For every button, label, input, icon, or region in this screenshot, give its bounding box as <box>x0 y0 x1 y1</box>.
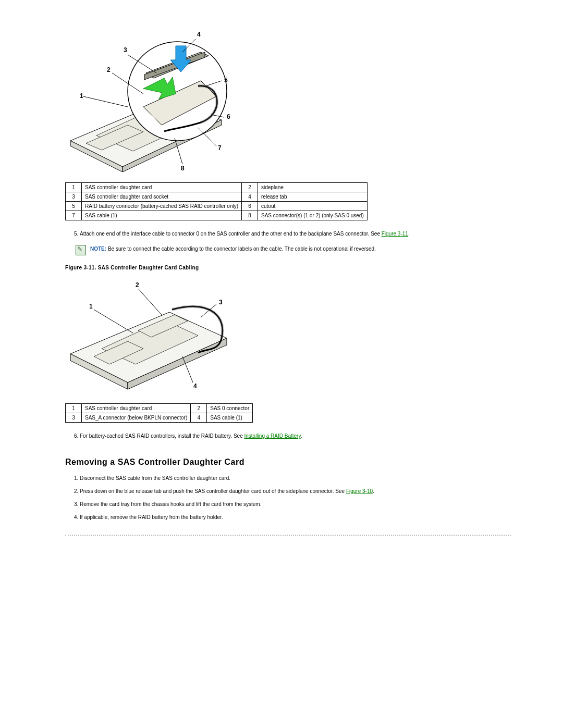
removal-step-1-text: Disconnect the SAS cable from the SAS co… <box>80 475 230 481</box>
figure-3-10-svg: 1 2 3 4 5 6 7 8 <box>65 16 232 172</box>
table-row: 1 SAS controller daughter card 2 SAS 0 c… <box>66 404 253 413</box>
fig2-label-1: 1 <box>89 303 93 310</box>
svg-line-27 <box>138 289 162 315</box>
fig1-label-2: 2 <box>107 66 111 73</box>
removal-steps: Disconnect the SAS cable from the SAS co… <box>65 474 511 521</box>
link-install-raid-battery[interactable]: Installing a RAID Battery <box>244 433 301 439</box>
table-row: 7 SAS cable (1) 8 SAS connector(s) (1 or… <box>66 211 368 220</box>
legend-num: 2 <box>191 404 207 413</box>
note-icon <box>76 245 86 255</box>
figure-3-10-legend: 1 SAS controller daughter card 2 sidepla… <box>65 182 368 220</box>
removal-step-2-text-a: Press down on the blue release tab and p… <box>80 488 346 494</box>
legend-num: 4 <box>191 413 207 423</box>
table-row: 1 SAS controller daughter card 2 sidepla… <box>66 183 368 192</box>
fig2-label-2: 2 <box>136 281 139 289</box>
removal-step-4-text: If applicable, remove the RAID battery f… <box>80 514 223 520</box>
legend-num: 8 <box>242 211 258 220</box>
legend-text: release tab <box>258 192 368 202</box>
figure-3-11-svg: 1 2 3 4 <box>65 276 232 393</box>
legend-num: 1 <box>66 404 82 413</box>
removal-step-4: If applicable, remove the RAID battery f… <box>80 513 511 521</box>
note-label: NOTE: <box>90 246 106 252</box>
legend-num: 6 <box>242 202 258 211</box>
legend-num: 4 <box>242 192 258 202</box>
step-5: Attach one end of the interface cable to… <box>80 230 511 238</box>
removal-step-1: Disconnect the SAS cable from the SAS co… <box>80 474 511 482</box>
fig1-label-8: 8 <box>181 165 185 172</box>
fig1-label-5: 5 <box>224 77 228 84</box>
step-list-a: Attach one end of the interface cable to… <box>65 230 511 238</box>
step-list-b: For battery-cached SAS RAID controllers,… <box>65 432 511 440</box>
step-5-text-a: Attach one end of the interface cable to… <box>80 231 382 237</box>
page: 1 2 3 4 5 6 7 8 1 SAS controller daughte… <box>0 0 563 728</box>
fig1-label-7: 7 <box>218 144 222 152</box>
link-figure-3-10[interactable]: Figure 3-10 <box>346 488 373 494</box>
svg-line-12 <box>83 96 128 107</box>
note-body: Be sure to connect the cable according t… <box>106 246 376 252</box>
legend-num: 5 <box>66 202 82 211</box>
legend-text: SAS 0 connector <box>207 404 253 413</box>
step-6-text-a: For battery-cached SAS RAID controllers,… <box>80 433 244 439</box>
step-6-text-b: . <box>301 433 302 439</box>
link-figure-3-11[interactable]: Figure 3-11 <box>382 231 408 237</box>
fig2-label-4: 4 <box>193 382 197 390</box>
figure-3-10: 1 2 3 4 5 6 7 8 <box>65 16 511 173</box>
table-row: 5 RAID battery connector (battery-cached… <box>66 202 368 211</box>
legend-text: SAS cable (1) <box>207 413 253 423</box>
legend-num: 7 <box>66 211 82 220</box>
legend-text: SAS controller daughter card socket <box>82 192 242 202</box>
removal-step-2-text-b: . <box>373 488 374 494</box>
fig1-label-4: 4 <box>197 31 201 38</box>
fig1-label-3: 3 <box>124 46 127 54</box>
legend-text: SAS connector(s) (1 or 2) (only SAS 0 us… <box>258 211 368 220</box>
removal-step-2: Press down on the blue release tab and p… <box>80 487 511 495</box>
fig1-label-6: 6 <box>227 113 230 120</box>
section-divider <box>65 535 511 536</box>
table-row: 3 SAS_A connector (below BKPLN connector… <box>66 413 253 423</box>
step-5-text-b: . <box>408 231 410 237</box>
legend-num: 3 <box>66 192 82 202</box>
fig2-label-3: 3 <box>219 299 223 306</box>
legend-text: SAS_A connector (below BKPLN connector) <box>82 413 191 423</box>
legend-num: 1 <box>66 183 82 192</box>
figure-3-11: 1 2 3 4 <box>65 276 511 394</box>
figure-3-11-caption: Figure 3-11. SAS Controller Daughter Car… <box>65 265 511 270</box>
step-6: For battery-cached SAS RAID controllers,… <box>80 432 511 440</box>
legend-text: SAS cable (1) <box>82 211 242 220</box>
note: NOTE: Be sure to connect the cable accor… <box>76 245 511 255</box>
legend-text: SAS controller daughter card <box>82 404 191 413</box>
legend-text: sideplane <box>258 183 368 192</box>
legend-text: cutout <box>258 202 368 211</box>
legend-text: SAS controller daughter card <box>82 183 242 192</box>
legend-num: 2 <box>242 183 258 192</box>
removal-step-3-text: Remove the card tray from the chassis ho… <box>80 501 261 507</box>
section-title: Removing a SAS Controller Daughter Card <box>65 458 511 467</box>
table-row: 3 SAS controller daughter card socket 4 … <box>66 192 368 202</box>
removal-step-3: Remove the card tray from the chassis ho… <box>80 500 511 508</box>
svg-line-26 <box>94 310 133 333</box>
note-text: NOTE: Be sure to connect the cable accor… <box>90 245 376 253</box>
fig1-label-1: 1 <box>80 92 83 100</box>
figure-3-11-legend: 1 SAS controller daughter card 2 SAS 0 c… <box>65 403 253 423</box>
legend-text: RAID battery connector (battery-cached S… <box>82 202 242 211</box>
legend-num: 3 <box>66 413 82 423</box>
